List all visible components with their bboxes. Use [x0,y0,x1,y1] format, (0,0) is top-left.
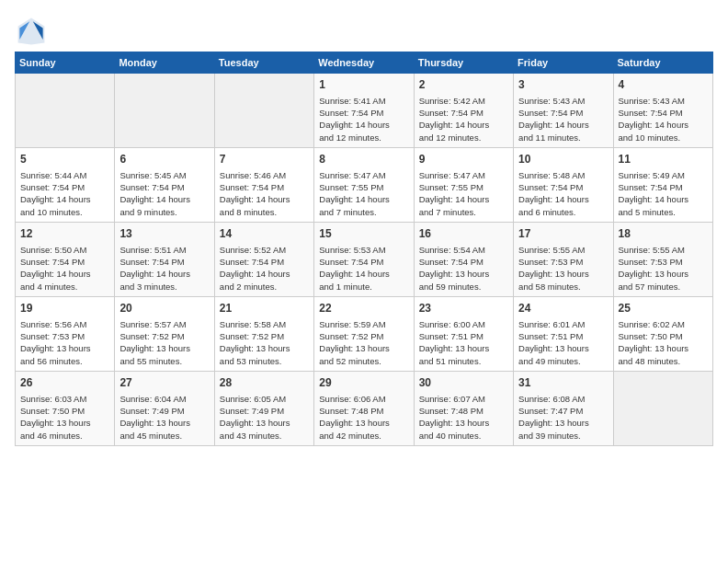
calendar-cell: 24Sunrise: 6:01 AM Sunset: 7:51 PM Dayli… [514,296,613,371]
day-info: Sunrise: 6:04 AM Sunset: 7:49 PM Dayligh… [119,393,209,442]
weekday-header-saturday: Saturday [613,52,712,74]
day-info: Sunrise: 5:46 AM Sunset: 7:54 PM Dayligh… [220,169,309,218]
day-number: 1 [319,77,408,93]
day-number: 27 [119,375,209,391]
calendar-cell: 29Sunrise: 6:06 AM Sunset: 7:48 PM Dayli… [314,371,414,445]
calendar-cell: 18Sunrise: 5:55 AM Sunset: 7:53 PM Dayli… [613,222,712,296]
day-number: 31 [518,375,608,391]
day-info: Sunrise: 5:47 AM Sunset: 7:55 PM Dayligh… [419,169,508,218]
calendar-cell: 15Sunrise: 5:53 AM Sunset: 7:54 PM Dayli… [314,222,414,296]
weekday-header-tuesday: Tuesday [214,52,313,74]
calendar-cell: 6Sunrise: 5:45 AM Sunset: 7:54 PM Daylig… [115,147,214,222]
day-number: 29 [319,375,408,391]
calendar-cell: 13Sunrise: 5:51 AM Sunset: 7:54 PM Dayli… [115,222,214,296]
calendar-table: SundayMondayTuesdayWednesdayThursdayFrid… [15,52,713,446]
week-row-5: 26Sunrise: 6:03 AM Sunset: 7:50 PM Dayli… [16,371,713,445]
day-info: Sunrise: 6:06 AM Sunset: 7:48 PM Dayligh… [319,393,408,442]
calendar-cell [214,74,313,148]
calendar-cell: 23Sunrise: 6:00 AM Sunset: 7:51 PM Dayli… [414,296,513,371]
day-number: 11 [619,152,708,167]
day-number: 2 [419,77,508,93]
day-number: 22 [319,301,408,316]
calendar-cell: 16Sunrise: 5:54 AM Sunset: 7:54 PM Dayli… [414,222,513,296]
day-info: Sunrise: 5:57 AM Sunset: 7:52 PM Dayligh… [119,318,209,367]
day-info: Sunrise: 5:59 AM Sunset: 7:52 PM Dayligh… [319,318,408,367]
calendar-cell: 11Sunrise: 5:49 AM Sunset: 7:54 PM Dayli… [613,147,712,222]
day-number: 8 [319,152,408,167]
day-number: 21 [220,301,309,316]
day-info: Sunrise: 5:54 AM Sunset: 7:54 PM Dayligh… [419,244,508,293]
day-number: 25 [619,301,708,316]
day-info: Sunrise: 5:47 AM Sunset: 7:55 PM Dayligh… [319,169,408,218]
calendar-cell: 8Sunrise: 5:47 AM Sunset: 7:55 PM Daylig… [314,147,414,222]
calendar-cell: 14Sunrise: 5:52 AM Sunset: 7:54 PM Dayli… [214,222,313,296]
calendar-cell: 1Sunrise: 5:41 AM Sunset: 7:54 PM Daylig… [314,74,414,148]
day-info: Sunrise: 5:56 AM Sunset: 7:53 PM Dayligh… [20,318,109,367]
day-number: 6 [119,152,209,167]
day-number: 4 [619,77,708,93]
day-info: Sunrise: 5:43 AM Sunset: 7:54 PM Dayligh… [518,95,608,144]
day-info: Sunrise: 6:07 AM Sunset: 7:48 PM Dayligh… [419,393,508,442]
day-info: Sunrise: 6:05 AM Sunset: 7:49 PM Dayligh… [220,393,309,442]
day-number: 16 [419,226,508,242]
day-number: 14 [220,226,309,242]
day-info: Sunrise: 5:43 AM Sunset: 7:54 PM Dayligh… [619,95,708,144]
day-info: Sunrise: 6:00 AM Sunset: 7:51 PM Dayligh… [419,318,508,367]
day-number: 9 [419,152,508,167]
day-number: 24 [518,301,608,316]
day-info: Sunrise: 6:01 AM Sunset: 7:51 PM Dayligh… [518,318,608,367]
day-number: 28 [220,375,309,391]
calendar-cell: 7Sunrise: 5:46 AM Sunset: 7:54 PM Daylig… [214,147,313,222]
day-info: Sunrise: 5:45 AM Sunset: 7:54 PM Dayligh… [119,169,209,218]
day-number: 12 [20,226,109,242]
day-info: Sunrise: 5:55 AM Sunset: 7:53 PM Dayligh… [619,244,708,293]
day-info: Sunrise: 6:02 AM Sunset: 7:50 PM Dayligh… [619,318,708,367]
calendar-cell [16,74,115,148]
calendar-cell: 21Sunrise: 5:58 AM Sunset: 7:52 PM Dayli… [214,296,313,371]
day-number: 10 [518,152,608,167]
weekday-header-friday: Friday [514,52,613,74]
calendar-cell [115,74,214,148]
page-header [15,15,713,48]
day-number: 15 [319,226,408,242]
week-row-3: 12Sunrise: 5:50 AM Sunset: 7:54 PM Dayli… [16,222,713,296]
calendar-cell: 10Sunrise: 5:48 AM Sunset: 7:54 PM Dayli… [514,147,613,222]
calendar-cell [613,371,712,445]
weekday-header-row: SundayMondayTuesdayWednesdayThursdayFrid… [16,52,713,74]
weekday-header-monday: Monday [115,52,214,74]
calendar-cell: 12Sunrise: 5:50 AM Sunset: 7:54 PM Dayli… [16,222,115,296]
calendar-cell: 26Sunrise: 6:03 AM Sunset: 7:50 PM Dayli… [16,371,115,445]
day-info: Sunrise: 5:50 AM Sunset: 7:54 PM Dayligh… [20,244,109,293]
week-row-4: 19Sunrise: 5:56 AM Sunset: 7:53 PM Dayli… [16,296,713,371]
day-info: Sunrise: 5:58 AM Sunset: 7:52 PM Dayligh… [220,318,309,367]
day-number: 30 [419,375,508,391]
day-number: 19 [20,301,109,316]
logo-icon [15,15,48,48]
day-number: 17 [518,226,608,242]
day-info: Sunrise: 5:55 AM Sunset: 7:53 PM Dayligh… [518,244,608,293]
logo [15,15,51,48]
day-number: 13 [119,226,209,242]
calendar-cell: 28Sunrise: 6:05 AM Sunset: 7:49 PM Dayli… [214,371,313,445]
day-number: 18 [619,226,708,242]
week-row-2: 5Sunrise: 5:44 AM Sunset: 7:54 PM Daylig… [16,147,713,222]
day-number: 7 [220,152,309,167]
day-info: Sunrise: 5:49 AM Sunset: 7:54 PM Dayligh… [619,169,708,218]
day-info: Sunrise: 5:51 AM Sunset: 7:54 PM Dayligh… [119,244,209,293]
calendar-cell: 3Sunrise: 5:43 AM Sunset: 7:54 PM Daylig… [514,74,613,148]
calendar-cell: 30Sunrise: 6:07 AM Sunset: 7:48 PM Dayli… [414,371,513,445]
day-number: 23 [419,301,508,316]
day-number: 3 [518,77,608,93]
day-info: Sunrise: 6:08 AM Sunset: 7:47 PM Dayligh… [518,393,608,442]
weekday-header-wednesday: Wednesday [314,52,414,74]
day-info: Sunrise: 5:48 AM Sunset: 7:54 PM Dayligh… [518,169,608,218]
day-info: Sunrise: 6:03 AM Sunset: 7:50 PM Dayligh… [20,393,109,442]
day-number: 5 [20,152,109,167]
calendar-cell: 25Sunrise: 6:02 AM Sunset: 7:50 PM Dayli… [613,296,712,371]
calendar-cell: 4Sunrise: 5:43 AM Sunset: 7:54 PM Daylig… [613,74,712,148]
calendar-cell: 31Sunrise: 6:08 AM Sunset: 7:47 PM Dayli… [514,371,613,445]
calendar-cell: 27Sunrise: 6:04 AM Sunset: 7:49 PM Dayli… [115,371,214,445]
day-number: 20 [119,301,209,316]
calendar-cell: 9Sunrise: 5:47 AM Sunset: 7:55 PM Daylig… [414,147,513,222]
calendar-cell: 2Sunrise: 5:42 AM Sunset: 7:54 PM Daylig… [414,74,513,148]
